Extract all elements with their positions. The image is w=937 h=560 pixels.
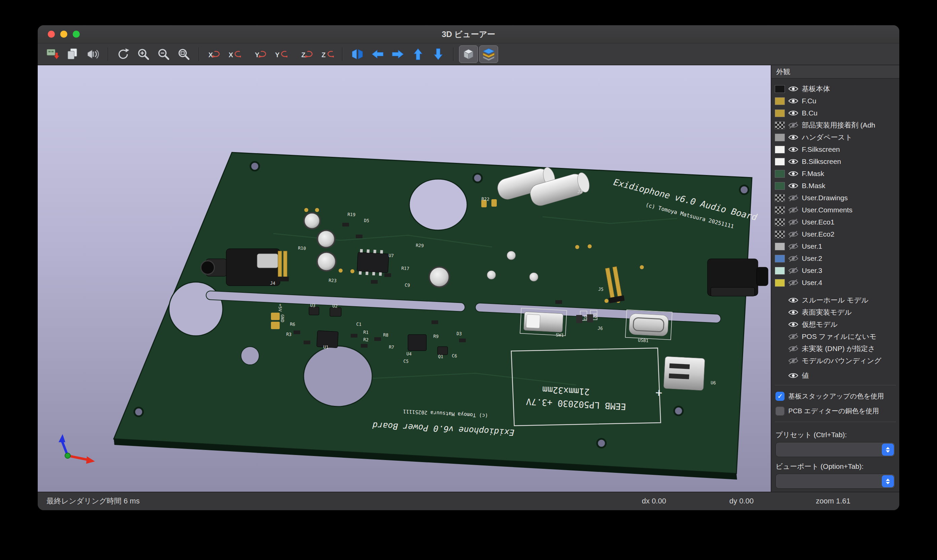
visibility-eye-icon[interactable] [788, 97, 799, 105]
visibility-eye-icon[interactable] [788, 145, 799, 154]
layer-color-swatch[interactable] [775, 182, 785, 190]
layer-row[interactable]: User.Drawings [771, 192, 899, 204]
layer-color-swatch[interactable] [775, 206, 785, 214]
titlebar[interactable]: 3D ビューアー [38, 25, 899, 43]
layer-color-swatch[interactable] [775, 122, 785, 129]
layer-row[interactable]: User.Eco1 [771, 216, 899, 228]
layer-color-swatch[interactable] [775, 218, 785, 226]
layer-row[interactable]: B.Mask [771, 180, 899, 192]
board-stackup-colors-checkbox[interactable] [775, 392, 785, 401]
preset-select[interactable] [775, 442, 895, 457]
layer-row[interactable]: User.1 [771, 240, 899, 252]
layer-color-swatch[interactable] [775, 267, 785, 275]
visibility-eye-icon[interactable] [788, 85, 799, 93]
visibility-eye-icon[interactable] [788, 320, 799, 328]
layer-row[interactable]: F.Silkscreen [771, 143, 899, 155]
appearance-manager-toggle[interactable] [479, 45, 498, 63]
move-left-button[interactable] [368, 45, 387, 63]
layer-row[interactable]: 部品実装用接着剤 (Adh [771, 119, 899, 131]
visibility-eye-icon[interactable] [788, 169, 799, 178]
rotate-z-ccw-button[interactable]: Z [318, 45, 337, 63]
visibility-eye-icon[interactable] [788, 332, 799, 341]
layer-row[interactable]: F.Cu [771, 95, 899, 107]
rotate-x-ccw-button[interactable]: X [225, 45, 244, 63]
layer-row[interactable]: モデルのバウンディング [771, 355, 899, 367]
layer-row[interactable]: F.Mask [771, 168, 899, 180]
rotate-x-cw-button[interactable]: X [205, 45, 223, 63]
layer-row[interactable]: User.Comments [771, 204, 899, 216]
visibility-eye-icon[interactable] [788, 121, 799, 129]
zoom-out-button[interactable] [154, 45, 173, 63]
layer-label: 仮想モデル [802, 320, 837, 329]
viewport-select[interactable] [775, 474, 895, 489]
layer-row[interactable]: 未実装 (DNP) が指定さ [771, 343, 899, 355]
stepper-icon[interactable] [882, 475, 894, 487]
layer-row[interactable]: User.Eco2 [771, 228, 899, 240]
layer-row[interactable]: スルーホール モデル [771, 294, 899, 306]
3d-viewport[interactable]: Exidiophone v6.0 Audio Board(c) Tomoya M… [38, 65, 771, 492]
layer-color-swatch[interactable] [775, 158, 785, 166]
layer-color-swatch[interactable] [775, 279, 785, 287]
layer-row[interactable]: POS ファイルにないモ [771, 331, 899, 343]
visibility-eye-icon[interactable] [788, 308, 799, 316]
zoom-in-button[interactable] [134, 45, 153, 63]
visibility-eye-icon[interactable] [788, 230, 799, 238]
layer-label: User.2 [802, 254, 822, 263]
layer-row[interactable]: User.2 [771, 252, 899, 265]
layer-row[interactable]: 基板本体 [771, 83, 899, 95]
rotate-z-cw-button[interactable]: Z [297, 45, 316, 63]
pcb-editor-copper-colors-checkbox[interactable] [775, 406, 785, 415]
move-down-button[interactable] [429, 45, 448, 63]
layer-row[interactable]: B.Silkscreen [771, 155, 899, 168]
redraw-button[interactable] [114, 45, 132, 63]
layer-color-swatch[interactable] [775, 231, 785, 238]
svg-text:C5: C5 [403, 359, 409, 364]
layer-color-swatch[interactable] [775, 85, 785, 93]
pcb-editor-copper-colors-row[interactable]: PCB エディターの銅色を使用 [771, 403, 899, 418]
visibility-eye-icon[interactable] [788, 182, 799, 190]
stepper-icon[interactable] [882, 443, 894, 456]
layer-row[interactable]: ハンダペースト [771, 131, 899, 143]
reload-board-button[interactable] [43, 45, 62, 63]
board-stackup-colors-row[interactable]: 基板スタックアップの色を使用 [771, 389, 899, 403]
visibility-eye-icon[interactable] [788, 218, 799, 226]
visibility-eye-icon[interactable] [788, 357, 799, 365]
visibility-eye-icon[interactable] [788, 109, 799, 117]
raytracing-render-button[interactable] [83, 45, 102, 63]
orthographic-projection-toggle[interactable] [459, 45, 478, 63]
visibility-eye-icon[interactable] [788, 206, 799, 214]
layer-color-swatch[interactable] [775, 170, 785, 178]
flip-board-button[interactable] [348, 45, 367, 63]
visibility-eye-icon[interactable] [788, 133, 799, 142]
layer-row[interactable]: User.4 [771, 277, 899, 289]
move-right-button[interactable] [388, 45, 407, 63]
layer-color-swatch[interactable] [775, 194, 785, 202]
appearance-panel: 外観 基板本体 F.Cu [771, 65, 899, 492]
visibility-eye-icon[interactable] [788, 266, 799, 275]
visibility-eye-icon[interactable] [788, 157, 799, 166]
layer-color-swatch[interactable] [775, 109, 785, 117]
layer-row[interactable]: B.Cu [771, 107, 899, 119]
layer-row[interactable]: 表面実装モデル [771, 306, 899, 318]
layer-row[interactable]: User.3 [771, 265, 899, 277]
visibility-eye-icon[interactable] [788, 345, 799, 353]
visibility-eye-icon[interactable] [788, 254, 799, 263]
visibility-eye-icon[interactable] [788, 242, 799, 251]
rotate-y-cw-button[interactable]: Y [251, 45, 270, 63]
layer-color-swatch[interactable] [775, 146, 785, 154]
copy-image-button[interactable] [63, 45, 82, 63]
layer-color-swatch[interactable] [775, 134, 785, 142]
layer-color-swatch[interactable] [775, 255, 785, 263]
visibility-eye-icon[interactable] [788, 372, 799, 380]
layer-row[interactable]: 値 [771, 369, 899, 382]
layer-color-swatch[interactable] [775, 243, 785, 251]
visibility-eye-icon[interactable] [788, 194, 799, 202]
layer-color-swatch[interactable] [775, 97, 785, 105]
layer-row[interactable]: 仮想モデル [771, 318, 899, 331]
visibility-eye-icon[interactable] [788, 296, 799, 304]
rotate-y-ccw-button[interactable]: Y [271, 45, 290, 63]
move-up-button[interactable] [409, 45, 428, 63]
visibility-eye-icon[interactable] [788, 278, 799, 287]
zoom-to-fit-button[interactable] [174, 45, 193, 63]
svg-text:R23: R23 [328, 278, 337, 283]
